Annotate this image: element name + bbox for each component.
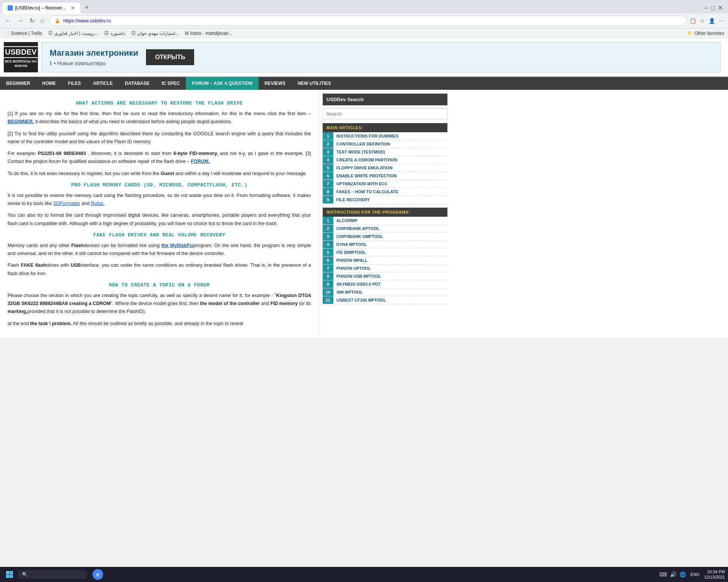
program-dyna-mptool[interactable]: DYNA MPTool bbox=[333, 241, 370, 248]
main-layout: WHAT ACTIONS ARE NECESSARY TO RESTORE TH… bbox=[0, 90, 728, 338]
minimize-button[interactable]: ─ bbox=[704, 5, 708, 11]
bookmark-emtiazat[interactable]: Ⓩ امتيازات مهدي جوان... bbox=[131, 30, 179, 36]
list-item: 6 ENABLE WRITE PROTECTION bbox=[323, 172, 447, 180]
rufus-link[interactable]: Rufus. bbox=[91, 201, 105, 206]
browser-tab[interactable]: [USBDev.ru] – Recovery of flash... ✕ bbox=[2, 3, 80, 13]
restore-button[interactable]: □ bbox=[711, 5, 715, 11]
other-favorites-label: Other favorites bbox=[694, 31, 724, 36]
search-input[interactable] bbox=[323, 108, 447, 119]
nav-files[interactable]: FILES bbox=[62, 77, 87, 90]
nav-article[interactable]: ARTICLE bbox=[87, 77, 119, 90]
list-item: 5 ITE DIMPTool bbox=[323, 249, 447, 257]
para10: at the end the task \ problem. All this … bbox=[8, 320, 311, 328]
program-smi-mptool[interactable]: SMI MPTool bbox=[333, 288, 366, 296]
program-alcormp[interactable]: AlcorMP bbox=[333, 217, 361, 224]
heading-flash-cards: PRO FLASH MEMORY CARDS (SD, microSD, Com… bbox=[8, 182, 311, 188]
profile-icon[interactable]: 👤 bbox=[709, 18, 715, 24]
banner-link[interactable]: • Новые компьютеры bbox=[54, 60, 106, 66]
reading-list-icon[interactable]: 📋 bbox=[690, 18, 696, 24]
para7: Memory cards and any other Flashdevices … bbox=[8, 242, 311, 258]
program-skymedi[interactable]: Skymedi USB3.0 PDT bbox=[333, 280, 384, 288]
bookmark-romit[interactable]: Ⓩ روميت | اخبار فناوري... bbox=[48, 30, 98, 36]
article-test-mode[interactable]: TEST MODE (TESTMOD) bbox=[333, 148, 388, 156]
article-file-recovery[interactable]: FILE RECOVERY bbox=[333, 196, 373, 203]
list-item: 9 FILE RECOVERY bbox=[323, 196, 447, 204]
list-item: 4 DYNA MPTool bbox=[323, 241, 447, 249]
item-num: 5 bbox=[323, 164, 333, 172]
article-cdrom-partition[interactable]: CREATE A CDROM PARTITION bbox=[333, 156, 400, 164]
list-item: 3 TEST MODE (TESTMOD) bbox=[323, 148, 447, 156]
item-num: 2 bbox=[323, 140, 333, 148]
favorites-icon[interactable]: ☆ bbox=[700, 18, 705, 24]
item-num: 3 bbox=[323, 148, 333, 156]
content-area: WHAT ACTIONS ARE NECESSARY TO RESTORE TH… bbox=[0, 90, 318, 338]
address-bar[interactable]: 🔒 https://www.usbdev.ru bbox=[49, 16, 687, 26]
article-controller-definition[interactable]: CONTROLLER DEFINITION bbox=[333, 140, 393, 148]
list-item: 9 Skymedi USB3.0 PDT bbox=[323, 280, 447, 288]
mydiskfix-link[interactable]: the MyDiskFix bbox=[161, 243, 193, 248]
nav-database[interactable]: DATABASE bbox=[119, 77, 155, 90]
reload-button[interactable]: ↻ bbox=[28, 16, 36, 26]
nav-beginner[interactable]: BEGINNER bbox=[0, 77, 36, 90]
list-item: 2 Chipsbank APTool bbox=[323, 225, 447, 233]
bookmark-inbox[interactable]: M Inbox - mahdijavan... bbox=[185, 31, 232, 36]
tab-close-button[interactable]: ✕ bbox=[71, 5, 75, 11]
nav-home[interactable]: HOME bbox=[36, 77, 62, 90]
item-num: 8 bbox=[323, 188, 333, 196]
home-button[interactable]: ⌂ bbox=[39, 16, 46, 26]
site-header: USBDEV ВСЕ ВОПРОСЫ НА ФОРУМ Магазин элек… bbox=[0, 38, 728, 77]
forward-button[interactable]: → bbox=[16, 16, 25, 26]
bookmark-dashboard[interactable]: Ⓩ داشبورد bbox=[104, 30, 125, 36]
article-fakes-calculate[interactable]: FAKES – HOW TO CALCULATE bbox=[333, 188, 401, 196]
program-chipsbank-aptool[interactable]: Chipsbank APTool bbox=[333, 225, 383, 232]
sidebar: USDDev Search MAIN ARTICLES: 1 INSTRUCTI… bbox=[318, 90, 451, 338]
item-num: 11 bbox=[323, 296, 333, 304]
page-wrapper: USBDEV ВСЕ ВОПРОСЫ НА ФОРУМ Магазин элек… bbox=[0, 38, 728, 338]
banner-heading: Магазин электроники bbox=[50, 48, 138, 58]
article-optimization-ecc[interactable]: OPTIMIZATION WITH ECC bbox=[333, 180, 391, 188]
program-phison-mpall[interactable]: Phison MPALL bbox=[333, 257, 370, 264]
new-tab-button[interactable]: + bbox=[82, 2, 92, 13]
site-logo: USBDEV ВСЕ ВОПРОСЫ НА ФОРУМ bbox=[4, 42, 38, 72]
nav-icspec[interactable]: IC SPEC bbox=[155, 77, 186, 90]
heading-create-topic: HOW TO CREATE A TOPIC ON A FORUM bbox=[8, 282, 311, 288]
program-chipsbank-umptool[interactable]: Chipsbank UMPTool bbox=[333, 233, 386, 240]
item-num: 2 bbox=[323, 225, 333, 232]
para1: [1] If you are on my site for the first … bbox=[8, 110, 311, 126]
list-item: 1 AlcorMP bbox=[323, 217, 447, 225]
bookmark-label: امتيازات مهدي جوان... bbox=[137, 31, 179, 36]
back-button[interactable]: ← bbox=[4, 16, 13, 26]
para4: To do this, it is not even necessary to … bbox=[8, 170, 311, 178]
para3: For example: PS2251-68 98DE9493 . Moreov… bbox=[8, 150, 311, 166]
heading-restore-flash: WHAT ACTIONS ARE NECESSARY TO RESTORE TH… bbox=[8, 100, 311, 106]
forum-link[interactable]: FORUM. bbox=[191, 159, 210, 164]
close-button[interactable]: ✕ bbox=[718, 4, 723, 11]
settings-icon[interactable]: ⋯ bbox=[719, 18, 724, 24]
sdformatter-link[interactable]: SDFormatter bbox=[53, 201, 80, 206]
article-write-protection[interactable]: ENABLE WRITE PROTECTION bbox=[333, 172, 400, 180]
beginner-link[interactable]: BEGINNER. bbox=[8, 119, 34, 124]
bookmark-label: Science | Trello bbox=[11, 31, 42, 36]
article-floppy-emulation[interactable]: FLOPPY DRIVE EMULATION bbox=[333, 164, 395, 172]
nav-forum[interactable]: FORUM – ASK A QUESTION bbox=[186, 77, 258, 90]
program-usbest[interactable]: USBest UT165 MPTool bbox=[333, 296, 389, 304]
program-ite-dimptool[interactable]: ITE DIMPTool bbox=[333, 249, 369, 256]
para1-text: [1] If you are on my site for the first … bbox=[8, 111, 311, 116]
open-button[interactable]: ОТКРЫТЬ bbox=[146, 49, 195, 65]
bookmark-icon: M bbox=[185, 31, 189, 36]
tab-favicon bbox=[8, 5, 13, 11]
bookmark-label: Inbox - mahdijavan... bbox=[190, 31, 232, 36]
bookmark-science-trello[interactable]: 📄 Science | Trello bbox=[4, 31, 42, 36]
nav-bar: BEGINNER HOME FILES ARTICLE DATABASE IC … bbox=[0, 77, 728, 90]
item-num: 5 bbox=[323, 249, 333, 256]
item-num: 7 bbox=[323, 264, 333, 272]
browser-controls: ← → ↻ ⌂ 🔒 https://www.usbdev.ru 📋 ☆ 👤 ⋯ bbox=[0, 13, 728, 28]
other-favorites[interactable]: 📁 Other favorites bbox=[687, 31, 724, 36]
para3-example: For example: PS2251-68 98DE9493 . Moreov… bbox=[8, 151, 311, 164]
nav-reviews[interactable]: REVIEWS bbox=[259, 77, 292, 90]
item-num: 9 bbox=[323, 196, 333, 203]
program-phison-uptool[interactable]: Phison UPTool bbox=[333, 264, 374, 272]
nav-utilities[interactable]: NEW UTILITIES bbox=[292, 77, 337, 90]
article-instructions-dummies[interactable]: INSTRUCTIONS FOR DUMMIES bbox=[333, 132, 402, 140]
program-phison-usb-mptool[interactable]: Phison USB MPTool bbox=[333, 272, 384, 280]
